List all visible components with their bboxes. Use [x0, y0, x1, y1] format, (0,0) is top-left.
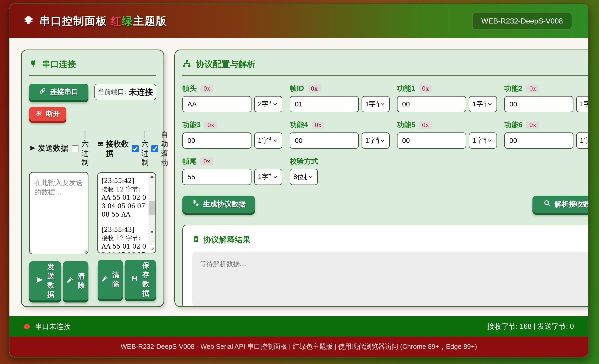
scroll-up-arrow-icon[interactable]: [150, 175, 154, 178]
paper-plane-icon: [36, 276, 44, 286]
func5-input[interactable]: [397, 133, 466, 149]
version-badge: WEB-R232-DeepS-V008: [472, 13, 572, 29]
field-func2: 功能20x 1字节: [504, 84, 588, 112]
receive-data-title: 接收数据: [97, 139, 129, 158]
func2-size-select[interactable]: 1字节: [576, 96, 588, 112]
hex-prefix-badge: 0x: [204, 121, 217, 129]
field-func1: 功能10x 1字节: [397, 84, 497, 112]
field-frame-tail: 帧尾0x 1字节: [182, 156, 282, 185]
frame-header-input[interactable]: [182, 96, 251, 112]
send-data-title: 发送数据: [29, 143, 69, 154]
chevron-down-icon: [487, 139, 492, 142]
resize-grip-icon[interactable]: [150, 246, 154, 252]
footer-text: WEB-R232-DeepS-V008 - Web Serial API 串口控…: [121, 342, 477, 351]
serial-panel-heading: 串口连接: [29, 59, 156, 70]
chevron-down-icon: [487, 102, 492, 106]
clear-receive-button[interactable]: 清除: [98, 260, 123, 299]
receive-log-box[interactable]: [23:55:42] 接收 12 字节: AA 55 01 02 03 04 0…: [97, 172, 156, 253]
receive-log-content: [23:55:42] 接收 12 字节: AA 55 01 02 03 04 0…: [98, 173, 149, 253]
serial-connection-panel: 串口连接 连接串口 当前端口: 未连接: [21, 50, 164, 307]
hex-prefix-badge: 0x: [200, 85, 213, 93]
hex-prefix-badge: 0x: [308, 85, 321, 93]
status-bar: 串口未连接 接收字节: 168 | 发送字节: 0: [9, 316, 588, 337]
log-entry: [23:55:42] 接收 12 字节: AA 55 01 02 03 04 0…: [102, 177, 148, 219]
broom-icon: [66, 276, 74, 285]
frame-id-size-select[interactable]: 1字节: [361, 96, 390, 112]
receive-hex-checkbox[interactable]: [132, 145, 139, 152]
chevron-down-icon: [308, 175, 313, 179]
send-data-textarea[interactable]: [29, 172, 88, 254]
protocol-result-card: 协议解释结果 等待解析数据...: [182, 225, 588, 307]
hex-prefix-badge: 0x: [200, 157, 213, 165]
log-entry: [23:55:43] 接收 12 字节: AA 55 01 02 03 04 0…: [102, 226, 148, 253]
floppy-save-icon: [131, 275, 138, 284]
func1-size-select[interactable]: 1字节: [469, 96, 497, 112]
send-data-button[interactable]: 发送数据: [29, 261, 61, 300]
func6-size-select[interactable]: 1字节: [576, 133, 588, 149]
protocol-result-heading: 协议解释结果: [192, 235, 588, 245]
hex-prefix-badge: 0x: [419, 85, 432, 93]
connect-button[interactable]: 连接串口: [29, 84, 88, 100]
clear-send-button[interactable]: 清除: [63, 261, 88, 300]
clipboard-icon: [192, 235, 200, 244]
receive-data-column: 接收数据 十六进制 自动滚动 [23:55:42] 接收 12 字节: AA: [97, 130, 156, 300]
field-frame-id: 帧ID0x 1字节: [290, 84, 390, 112]
hex-prefix-badge: 0x: [526, 85, 539, 93]
autoscroll-label: 自动滚动: [161, 130, 168, 167]
receive-hex-label: 十六进制: [141, 130, 149, 167]
func2-input[interactable]: [504, 96, 573, 112]
page-title: 串口控制面板 红绿主题版: [23, 14, 167, 28]
send-hex-checkbox[interactable]: [72, 145, 79, 152]
autoscroll-checkbox[interactable]: [151, 145, 158, 152]
func6-input[interactable]: [504, 133, 573, 149]
chevron-down-icon: [273, 139, 278, 142]
sitemap-icon: [182, 59, 191, 70]
func4-input[interactable]: [290, 133, 359, 149]
func4-size-select[interactable]: 1字节: [361, 133, 390, 149]
hex-prefix-badge: 0x: [526, 121, 539, 129]
footer-bar: WEB-R232-DeepS-V008 - Web Serial API 串口控…: [9, 337, 588, 357]
link-icon: [39, 87, 46, 97]
status-dot-icon: [24, 324, 30, 329]
field-func3: 功能30x 1字节: [182, 120, 282, 149]
func3-size-select[interactable]: 1字节: [254, 133, 282, 149]
checksum-select[interactable]: 8位校验和: [290, 169, 318, 185]
parse-received-button[interactable]: 解析接收数据: [532, 195, 588, 213]
divider: [182, 75, 588, 76]
scrollbar-thumb[interactable]: [149, 201, 155, 215]
save-data-button[interactable]: 保存数据: [125, 260, 156, 299]
frame-header-size-select[interactable]: 2字节: [254, 96, 282, 112]
broom-icon: [101, 275, 108, 284]
frame-id-input[interactable]: [290, 96, 359, 112]
frame-tail-size-select[interactable]: 1字节: [254, 169, 282, 185]
func5-size-select[interactable]: 1字节: [469, 133, 497, 149]
byte-counters: 接收字节: 168 | 发送字节: 0: [487, 322, 574, 331]
field-func6: 功能60x 1字节: [504, 120, 588, 149]
plug-icon: [29, 59, 37, 70]
generate-protocol-button[interactable]: 生成协议数据: [182, 195, 255, 213]
frame-tail-input[interactable]: [182, 169, 251, 185]
divider: [29, 75, 156, 76]
field-checksum: 校验方式 8位校验和: [290, 156, 390, 185]
protocol-result-output: 等待解析数据...: [192, 252, 588, 306]
scrollbar[interactable]: [149, 173, 155, 245]
field-func4: 功能40x 1字节: [290, 120, 390, 149]
hex-prefix-badge: 0x: [419, 121, 432, 129]
unlink-icon: [35, 110, 42, 118]
gears-icon: [192, 199, 199, 209]
chip-icon: [23, 15, 34, 28]
current-port-box: 当前端口: 未连接: [94, 84, 156, 100]
app-window: 串口控制面板 红绿主题版 WEB-R232-DeepS-V008 串口连接: [9, 3, 589, 357]
chevron-down-icon: [273, 175, 278, 179]
protocol-grid: 帧头0x 2字节 帧ID0x 1字节 功能10x: [182, 84, 588, 185]
header-bar: 串口控制面板 红绿主题版 WEB-R232-DeepS-V008: [9, 4, 588, 38]
chevron-down-icon: [380, 102, 385, 106]
chevron-down-icon: [273, 102, 278, 106]
func1-input[interactable]: [397, 96, 466, 112]
func3-input[interactable]: [182, 133, 251, 149]
scroll-down-arrow-icon[interactable]: [150, 231, 154, 233]
search-icon: [544, 200, 551, 209]
field-frame-header: 帧头0x 2字节: [182, 84, 282, 112]
protocol-panel: 协议配置与解析 帧头0x 2字节 帧ID0x 1字节: [174, 50, 588, 307]
disconnect-button[interactable]: 断开: [29, 107, 66, 121]
